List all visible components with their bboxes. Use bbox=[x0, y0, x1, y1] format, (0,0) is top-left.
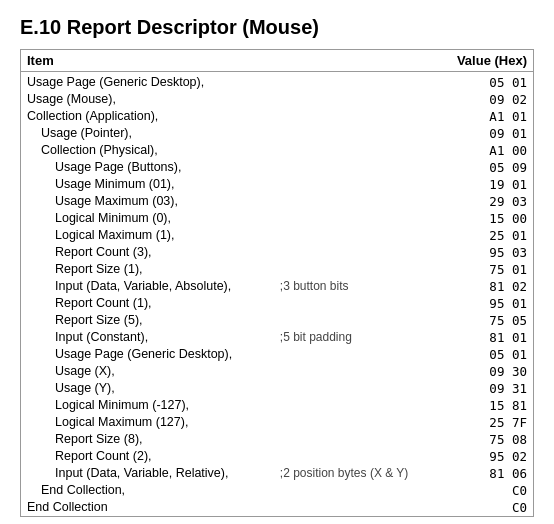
table-row: Usage Page (Generic Desktop),05 01 bbox=[21, 346, 534, 363]
value-cell: C0 bbox=[437, 482, 533, 499]
item-cell: Usage Page (Buttons), bbox=[21, 159, 274, 176]
value-cell: C0 bbox=[437, 499, 533, 517]
item-cell: Usage (X), bbox=[21, 363, 274, 380]
col-value: Value (Hex) bbox=[437, 50, 533, 72]
comment-cell bbox=[274, 414, 438, 431]
comment-cell bbox=[274, 499, 438, 517]
item-cell: Usage (Pointer), bbox=[21, 125, 274, 142]
table-row: Logical Minimum (0),15 00 bbox=[21, 210, 534, 227]
item-cell: Collection (Physical), bbox=[21, 142, 274, 159]
item-cell: Report Size (1), bbox=[21, 261, 274, 278]
report-descriptor-table: Item Value (Hex) Usage Page (Generic Des… bbox=[20, 49, 534, 517]
table-row: Report Count (1),95 01 bbox=[21, 295, 534, 312]
table-row: Report Size (8),75 08 bbox=[21, 431, 534, 448]
value-cell: 95 03 bbox=[437, 244, 533, 261]
item-cell: Logical Minimum (0), bbox=[21, 210, 274, 227]
item-cell: End Collection bbox=[21, 499, 274, 517]
value-cell: 75 05 bbox=[437, 312, 533, 329]
comment-cell bbox=[274, 176, 438, 193]
table-row: Report Count (3),95 03 bbox=[21, 244, 534, 261]
page-title: E.10 Report Descriptor (Mouse) bbox=[20, 16, 534, 39]
item-cell: Usage Minimum (01), bbox=[21, 176, 274, 193]
value-cell: 09 02 bbox=[437, 91, 533, 108]
item-cell: Usage Page (Generic Desktop), bbox=[21, 346, 274, 363]
comment-cell bbox=[274, 295, 438, 312]
comment-cell bbox=[274, 210, 438, 227]
value-cell: 25 7F bbox=[437, 414, 533, 431]
item-cell: Usage (Y), bbox=[21, 380, 274, 397]
table-row: Usage (Y),09 31 bbox=[21, 380, 534, 397]
comment-cell bbox=[274, 108, 438, 125]
item-cell: Usage Maximum (03), bbox=[21, 193, 274, 210]
value-cell: 15 00 bbox=[437, 210, 533, 227]
item-cell: Usage Page (Generic Desktop), bbox=[21, 72, 274, 92]
table-row: Logical Maximum (1),25 01 bbox=[21, 227, 534, 244]
table-row: Usage Minimum (01),19 01 bbox=[21, 176, 534, 193]
item-cell: Logical Minimum (-127), bbox=[21, 397, 274, 414]
item-cell: Logical Maximum (127), bbox=[21, 414, 274, 431]
value-cell: 75 08 bbox=[437, 431, 533, 448]
table-row: Report Count (2),95 02 bbox=[21, 448, 534, 465]
table-row: End CollectionC0 bbox=[21, 499, 534, 517]
comment-cell bbox=[274, 431, 438, 448]
value-cell: 05 01 bbox=[437, 72, 533, 92]
item-cell: Collection (Application), bbox=[21, 108, 274, 125]
table-row: Usage (X),09 30 bbox=[21, 363, 534, 380]
table-row: Usage Page (Generic Desktop),05 01 bbox=[21, 72, 534, 92]
item-cell: Report Count (2), bbox=[21, 448, 274, 465]
value-cell: A1 00 bbox=[437, 142, 533, 159]
comment-cell bbox=[274, 380, 438, 397]
item-cell: Input (Data, Variable, Relative), bbox=[21, 465, 274, 482]
value-cell: 81 01 bbox=[437, 329, 533, 346]
value-cell: 81 02 bbox=[437, 278, 533, 295]
comment-cell bbox=[274, 261, 438, 278]
value-cell: 81 06 bbox=[437, 465, 533, 482]
item-cell: Input (Constant), bbox=[21, 329, 274, 346]
table-row: Input (Data, Variable, Relative),;2 posi… bbox=[21, 465, 534, 482]
table-row: Logical Minimum (-127),15 81 bbox=[21, 397, 534, 414]
comment-cell bbox=[274, 346, 438, 363]
table-row: Collection (Physical),A1 00 bbox=[21, 142, 534, 159]
table-row: Input (Data, Variable, Absolute),;3 butt… bbox=[21, 278, 534, 295]
value-cell: 19 01 bbox=[437, 176, 533, 193]
table-row: Usage Page (Buttons),05 09 bbox=[21, 159, 534, 176]
value-cell: 29 03 bbox=[437, 193, 533, 210]
item-cell: Report Count (3), bbox=[21, 244, 274, 261]
comment-cell bbox=[274, 312, 438, 329]
comment-cell: ;2 position bytes (X & Y) bbox=[274, 465, 438, 482]
table-row: Usage Maximum (03),29 03 bbox=[21, 193, 534, 210]
value-cell: 05 09 bbox=[437, 159, 533, 176]
value-cell: 05 01 bbox=[437, 346, 533, 363]
comment-cell bbox=[274, 193, 438, 210]
table-row: Input (Constant),;5 bit padding81 01 bbox=[21, 329, 534, 346]
item-cell: Report Size (8), bbox=[21, 431, 274, 448]
comment-cell: ;3 button bits bbox=[274, 278, 438, 295]
table-row: Usage (Mouse),09 02 bbox=[21, 91, 534, 108]
value-cell: 95 02 bbox=[437, 448, 533, 465]
comment-cell bbox=[274, 72, 438, 92]
comment-cell bbox=[274, 397, 438, 414]
value-cell: 95 01 bbox=[437, 295, 533, 312]
table-row: Report Size (5),75 05 bbox=[21, 312, 534, 329]
comment-cell bbox=[274, 244, 438, 261]
value-cell: 09 30 bbox=[437, 363, 533, 380]
value-cell: 09 01 bbox=[437, 125, 533, 142]
item-cell: Logical Maximum (1), bbox=[21, 227, 274, 244]
col-comment bbox=[274, 50, 438, 72]
comment-cell bbox=[274, 227, 438, 244]
comment-cell: ;5 bit padding bbox=[274, 329, 438, 346]
comment-cell bbox=[274, 142, 438, 159]
comment-cell bbox=[274, 363, 438, 380]
value-cell: A1 01 bbox=[437, 108, 533, 125]
item-cell: Input (Data, Variable, Absolute), bbox=[21, 278, 274, 295]
item-cell: Report Count (1), bbox=[21, 295, 274, 312]
value-cell: 75 01 bbox=[437, 261, 533, 278]
item-cell: Usage (Mouse), bbox=[21, 91, 274, 108]
value-cell: 09 31 bbox=[437, 380, 533, 397]
table-row: End Collection,C0 bbox=[21, 482, 534, 499]
table-row: Logical Maximum (127),25 7F bbox=[21, 414, 534, 431]
comment-cell bbox=[274, 91, 438, 108]
value-cell: 25 01 bbox=[437, 227, 533, 244]
table-row: Usage (Pointer),09 01 bbox=[21, 125, 534, 142]
col-item: Item bbox=[21, 50, 274, 72]
